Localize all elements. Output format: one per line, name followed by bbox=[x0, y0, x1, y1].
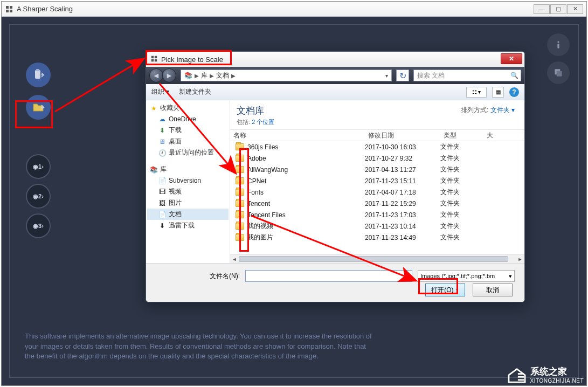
cancel-button[interactable]: 取消 bbox=[473, 284, 513, 296]
help-button[interactable]: ? bbox=[509, 87, 519, 97]
breadcrumb-seg[interactable]: 文档 bbox=[216, 71, 229, 80]
dialog-close-button[interactable]: ✕ bbox=[501, 53, 522, 64]
col-size[interactable]: 大 bbox=[483, 131, 524, 140]
star-icon: ★ bbox=[149, 104, 158, 113]
tree-item-documents[interactable]: 📄文档 bbox=[147, 209, 229, 220]
col-type[interactable]: 类型 bbox=[440, 131, 483, 140]
tree-item-recent[interactable]: 🕘最近访问的位置 bbox=[147, 147, 229, 158]
tree-item-desktop[interactable]: 🖥桌面 bbox=[147, 136, 229, 147]
svg-rect-11 bbox=[155, 56, 157, 58]
tree-item-videos[interactable]: 🎞视频 bbox=[147, 186, 229, 197]
open-button[interactable]: 打开(O) ▼ bbox=[425, 284, 465, 296]
file-type: 文件夹 bbox=[440, 165, 483, 174]
scroll-left-icon[interactable]: ◄ bbox=[230, 255, 239, 264]
file-type: 文件夹 bbox=[440, 188, 483, 197]
library-icon: 📚 bbox=[149, 165, 158, 174]
svg-rect-10 bbox=[151, 56, 154, 58]
layers-button[interactable] bbox=[547, 61, 570, 84]
preview-1-button[interactable]: ◉1› bbox=[26, 154, 51, 179]
svg-rect-3 bbox=[10, 10, 12, 12]
svg-rect-12 bbox=[151, 59, 154, 61]
minimize-button[interactable]: — bbox=[534, 4, 550, 14]
organize-menu[interactable]: 组织 ▾ bbox=[151, 87, 169, 96]
file-type: 文件夹 bbox=[440, 176, 483, 185]
folder-icon bbox=[236, 166, 244, 173]
preview-3-button[interactable]: ◉3› bbox=[26, 213, 51, 238]
refresh-button[interactable]: ↻ bbox=[396, 70, 409, 81]
paste-button[interactable] bbox=[26, 63, 51, 87]
locations-link[interactable]: 2 个位置 bbox=[252, 119, 274, 125]
open-file-button[interactable] bbox=[26, 95, 51, 120]
recent-icon: 🕘 bbox=[158, 149, 167, 157]
breadcrumb-dropdown-icon[interactable]: ▾ bbox=[385, 73, 388, 79]
file-type: 文件夹 bbox=[440, 222, 483, 231]
watermark: 系统之家 XITONGZHIJIA.NET bbox=[507, 365, 584, 384]
search-input[interactable]: 搜索 文档 🔍 bbox=[413, 70, 521, 81]
dialog-toolbar: 组织 ▾ 新建文件夹 ☷ ▾ ▦ ? bbox=[146, 84, 524, 100]
horizontal-scrollbar[interactable]: ◄ ► bbox=[230, 254, 524, 263]
svg-rect-5 bbox=[36, 69, 39, 71]
sort-value[interactable]: 文件夹 ▾ bbox=[490, 106, 515, 114]
dialog-footer: 文件名(N): Images (*.jpg;*.tif;*.png;*.bm ▾… bbox=[146, 263, 524, 302]
close-button[interactable]: ✕ bbox=[567, 4, 583, 14]
file-row[interactable]: 360js Files2017-10-30 16:03文件夹 bbox=[230, 141, 524, 153]
breadcrumb-seg[interactable]: 库 bbox=[201, 71, 207, 80]
col-date[interactable]: 修改日期 bbox=[365, 131, 440, 140]
tree-item-subversion[interactable]: 📄Subversion bbox=[147, 175, 229, 186]
dialog-nav: ◄ ► 📚 ▶ 库 ▶ 文档 ▶ ▾ ↻ 搜索 文档 🔍 bbox=[146, 67, 524, 84]
file-name: Tencent Files bbox=[247, 211, 286, 219]
file-date: 2017-11-23 15:11 bbox=[365, 177, 440, 185]
file-list: 360js Files2017-10-30 16:03文件夹Adobe2017-… bbox=[230, 141, 524, 254]
svg-rect-19 bbox=[517, 379, 523, 381]
file-type-filter[interactable]: Images (*.jpg;*.tif;*.png;*.bm ▾ bbox=[418, 270, 515, 282]
folder-icon bbox=[236, 223, 244, 230]
file-date: 2017-10-27 9:32 bbox=[365, 155, 440, 162]
file-date: 2017-10-30 16:03 bbox=[365, 143, 440, 151]
tree-item-thunder[interactable]: ⬇迅雷下载 bbox=[147, 220, 229, 231]
file-row[interactable]: AliWangWang2017-04-13 11:27文件夹 bbox=[230, 164, 524, 175]
svg-rect-7 bbox=[557, 44, 559, 48]
folder-icon bbox=[236, 177, 244, 184]
tree-item-onedrive[interactable]: ☁OneDrive bbox=[147, 114, 229, 125]
file-row[interactable]: CPNet2017-11-23 15:11文件夹 bbox=[230, 175, 524, 186]
file-row[interactable]: Fonts2017-04-07 17:18文件夹 bbox=[230, 186, 524, 198]
scroll-right-icon[interactable]: ► bbox=[516, 255, 524, 264]
scroll-thumb[interactable] bbox=[239, 256, 508, 262]
file-name: 360js Files bbox=[247, 143, 278, 151]
file-name: 我的视频 bbox=[247, 222, 273, 231]
sort-by[interactable]: 排列方式: 文件夹 ▾ bbox=[461, 106, 515, 115]
preview-2-button[interactable]: ◉2› bbox=[26, 184, 51, 209]
download-icon: ⬇ bbox=[158, 126, 167, 135]
maximize-button[interactable]: ▢ bbox=[550, 4, 566, 14]
cloud-icon: ☁ bbox=[158, 115, 167, 123]
new-folder-button[interactable]: 新建文件夹 bbox=[179, 87, 211, 96]
info-button[interactable] bbox=[547, 33, 570, 56]
filename-input[interactable] bbox=[245, 270, 412, 282]
nav-back-button[interactable]: ◄ bbox=[149, 68, 163, 82]
view-mode-button[interactable]: ☷ ▾ bbox=[466, 87, 487, 98]
folder-icon bbox=[236, 143, 244, 150]
file-row[interactable]: Tencent Files2017-11-23 17:03文件夹 bbox=[230, 209, 524, 220]
file-type: 文件夹 bbox=[440, 210, 483, 219]
file-row[interactable]: 我的图片2017-11-23 14:49文件夹 bbox=[230, 232, 524, 243]
app-titlebar: A Sharper Scaling — ▢ ✕ bbox=[2, 2, 586, 17]
file-row[interactable]: 我的视频2017-11-23 10:14文件夹 bbox=[230, 220, 524, 232]
tree-libraries-header[interactable]: 📚 库 bbox=[147, 164, 229, 175]
file-row[interactable]: Tencent2017-11-22 15:29文件夹 bbox=[230, 198, 524, 209]
breadcrumb[interactable]: 📚 ▶ 库 ▶ 文档 ▶ ▾ bbox=[181, 70, 392, 81]
file-row[interactable]: Adobe2017-10-27 9:32文件夹 bbox=[230, 153, 524, 164]
file-open-dialog: Pick Image to Scale ✕ ◄ ► 📚 ▶ 库 ▶ 文档 ▶ ▾… bbox=[146, 51, 525, 302]
tree-favorites-header[interactable]: ★ 收藏夹 bbox=[147, 102, 229, 114]
tree-item-downloads[interactable]: ⬇下载 bbox=[147, 125, 229, 136]
desktop-icon: 🖥 bbox=[158, 137, 167, 146]
watermark-url: XITONGZHIJIA.NET bbox=[530, 378, 584, 384]
tree-item-pictures[interactable]: 🖼图片 bbox=[147, 197, 229, 209]
app-title: A Sharper Scaling bbox=[17, 5, 73, 13]
col-name[interactable]: 名称 bbox=[230, 131, 365, 140]
svg-rect-0 bbox=[6, 6, 9, 9]
nav-tree: ★ 收藏夹 ☁OneDrive ⬇下载 🖥桌面 🕘最近访问的位置 📚 库 📄Su… bbox=[146, 100, 230, 263]
column-headers: 名称 修改日期 类型 大 bbox=[230, 129, 524, 141]
preview-pane-button[interactable]: ▦ bbox=[492, 87, 504, 98]
nav-forward-button[interactable]: ► bbox=[162, 68, 176, 82]
file-name: 我的图片 bbox=[247, 233, 273, 242]
